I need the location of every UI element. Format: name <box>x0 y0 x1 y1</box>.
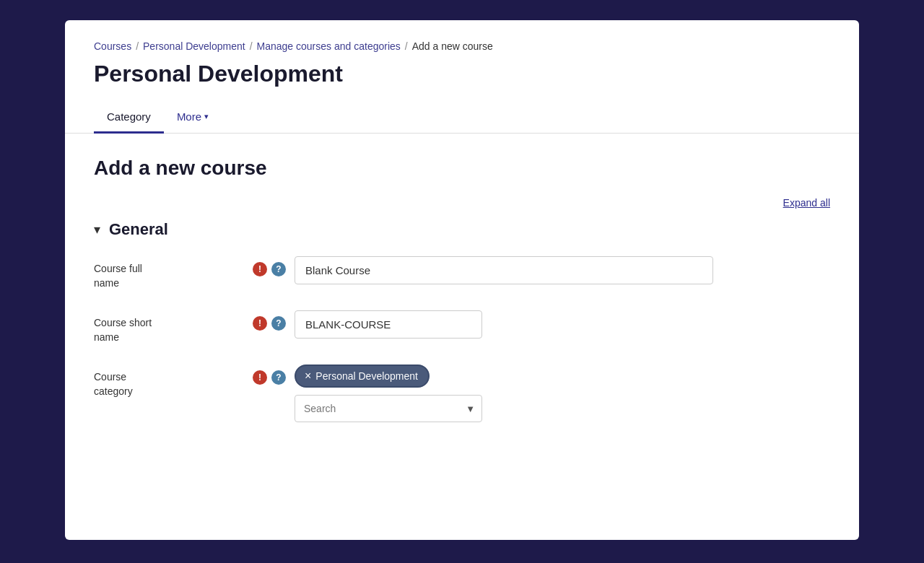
course-full-name-icons: ! ? <box>253 256 286 276</box>
course-short-name-label-col: Course short name <box>94 310 253 344</box>
course-category-label: Course category <box>94 370 253 398</box>
course-category-label-col: Course category <box>94 365 253 398</box>
expand-all-row: Expand all <box>94 197 830 209</box>
course-full-name-row: Course full name ! ? <box>94 256 830 290</box>
breadcrumb-courses[interactable]: Courses <box>94 40 131 52</box>
main-content: Add a new course Expand all ▾ General Co… <box>65 134 859 466</box>
tab-category[interactable]: Category <box>94 102 164 134</box>
breadcrumb: Courses / Personal Development / Manage … <box>65 20 859 61</box>
general-section-header: ▾ General <box>94 220 830 239</box>
breadcrumb-manage-courses[interactable]: Manage courses and categories <box>257 40 401 52</box>
course-short-name-input[interactable] <box>295 310 482 339</box>
breadcrumb-sep-3: / <box>405 40 408 52</box>
general-section: ▾ General Course full name ! ? <box>94 220 830 422</box>
page-container: Courses / Personal Development / Manage … <box>65 20 859 540</box>
breadcrumb-sep-2: / <box>250 40 253 52</box>
page-title: Personal Development <box>65 61 859 102</box>
collapse-icon[interactable]: ▾ <box>94 222 100 237</box>
course-category-field-col: × Personal Development ▼ <box>295 365 830 422</box>
category-tag-label: Personal Development <box>315 370 418 382</box>
required-icon-full-name[interactable]: ! <box>253 262 267 276</box>
category-search-input[interactable] <box>295 395 482 422</box>
add-course-title: Add a new course <box>94 157 830 180</box>
chevron-down-icon: ▾ <box>204 112 209 121</box>
course-full-name-label-col: Course full name <box>94 256 253 290</box>
course-category-row: Course category ! ? × Personal Developme… <box>94 365 830 422</box>
category-tag[interactable]: × Personal Development <box>295 365 430 388</box>
course-short-name-label: Course short name <box>94 316 253 344</box>
course-short-name-row: Course short name ! ? <box>94 310 830 344</box>
tab-more[interactable]: More ▾ <box>164 102 222 134</box>
general-section-title: General <box>109 220 168 239</box>
expand-all-button[interactable]: Expand all <box>783 197 830 209</box>
course-short-name-field-col <box>295 310 830 339</box>
breadcrumb-personal-development[interactable]: Personal Development <box>143 40 245 52</box>
course-category-icons: ! ? <box>253 365 286 385</box>
course-full-name-field-col <box>295 256 830 284</box>
category-search-wrapper: ▼ <box>295 395 482 422</box>
category-tag-remove-icon[interactable]: × <box>305 370 311 382</box>
course-full-name-input[interactable] <box>295 256 713 284</box>
help-icon-full-name[interactable]: ? <box>271 262 286 276</box>
breadcrumb-sep-1: / <box>136 40 139 52</box>
help-icon-short-name[interactable]: ? <box>271 316 286 331</box>
tab-more-label: More <box>177 110 201 123</box>
required-icon-short-name[interactable]: ! <box>253 316 267 331</box>
breadcrumb-current: Add a new course <box>412 40 493 52</box>
course-full-name-label: Course full name <box>94 262 253 290</box>
course-short-name-icons: ! ? <box>253 310 286 331</box>
help-icon-category[interactable]: ? <box>271 370 286 385</box>
tabs-bar: Category More ▾ <box>65 102 859 134</box>
required-icon-category[interactable]: ! <box>253 370 267 385</box>
